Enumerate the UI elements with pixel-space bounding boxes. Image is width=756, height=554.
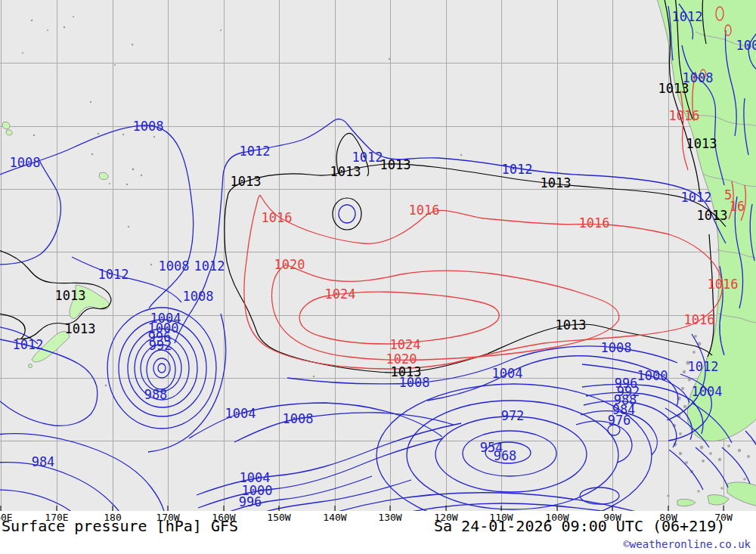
isobar-label-1008: 1008 [159, 260, 190, 273]
isobar-label-1008: 1008 [10, 156, 41, 169]
lon-label: 140W [323, 512, 346, 523]
isobar-label-1012: 1012 [672, 11, 703, 23]
isobar-label-1024: 1024 [325, 288, 356, 301]
isobar-label-1004: 1004 [692, 385, 723, 398]
isobar-label-1013: 1013 [686, 138, 717, 150]
isobar-label-1012: 1012 [688, 361, 719, 373]
isobar-label-1012: 1012 [502, 163, 533, 176]
isobar-label-1012: 1012 [240, 145, 271, 158]
isobar-label-1016: 1016 [579, 217, 610, 230]
isobar-label-1004: 1004 [225, 407, 256, 420]
isobar-label-1013: 1013 [55, 289, 86, 302]
map-title: Surface pressure [hPa] GFS [2, 517, 238, 535]
isobar-label-1013: 1013 [231, 175, 262, 188]
isobar-label-1013: 1013 [697, 209, 728, 222]
isobar-label-1013: 1013 [380, 159, 411, 172]
isobar-label-988: 988 [144, 388, 168, 401]
pressure-map: 1008100810121012101210121008101210081012… [0, 0, 756, 511]
isobar-label-1000: 1000 [637, 370, 668, 382]
isobar-label-1016: 1016 [409, 204, 440, 217]
isobar-label-1008: 1008 [736, 39, 756, 52]
isobar-label-1008: 1008 [183, 290, 214, 303]
status-bar: 160E170E180170W160W150W140W130W120W110W1… [0, 511, 756, 554]
isobar-label-1013: 1013 [65, 323, 96, 336]
isobar-label-976: 976 [608, 414, 631, 427]
isobar-label-5: 5 [724, 189, 732, 202]
isobar-label-1012: 1012 [194, 260, 225, 273]
isobar-label-954: 954 [480, 441, 503, 454]
copyright-link[interactable]: ©weatheronline.co.uk [623, 538, 751, 550]
map-datetime: Sa 24-01-2026 09:00 UTC (06+219) [434, 517, 725, 535]
isobar-label-1012: 1012 [352, 151, 383, 164]
weather-map-screen: 1008100810121012101210121008101210081012… [0, 0, 756, 554]
isobar-label-1016: 1016 [708, 278, 739, 291]
isobar-label-1008: 1008 [133, 120, 164, 133]
isobar-label-1012: 1012 [98, 268, 129, 281]
isobar-label-1016: 1016 [262, 212, 293, 224]
isobar-label-996: 996 [239, 496, 262, 509]
isobar-label-1013: 1013 [658, 82, 689, 95]
lon-label: 130W [378, 512, 401, 523]
isobar-label-1020: 1020 [386, 353, 417, 366]
isobar-label-992: 992 [149, 339, 172, 352]
isobar-label-1013: 1013 [556, 319, 587, 332]
isobar-label-1012: 1012 [681, 191, 712, 204]
isobar-label-1004: 1004 [492, 367, 523, 380]
isobar-label-1024: 1024 [390, 339, 421, 351]
isobar-label-1013: 1013 [541, 177, 572, 190]
isobar-label-1020: 1020 [274, 258, 305, 271]
isobar-labels-layer: 1008100810121012101210121008101210081012… [0, 0, 756, 511]
isobar-label-1008: 1008 [601, 342, 632, 354]
isobar-label-1013: 1013 [330, 166, 361, 178]
isobar-label-972: 972 [501, 410, 525, 422]
lon-label: 150W [267, 512, 290, 523]
isobar-label-1016: 1016 [684, 314, 715, 327]
isobar-label-1013: 1013 [391, 366, 422, 379]
isobar-label-984: 984 [32, 456, 55, 469]
isobar-label-1012: 1012 [13, 339, 44, 351]
isobar-label-1016: 1016 [669, 110, 700, 122]
isobar-label-1008: 1008 [283, 413, 314, 426]
